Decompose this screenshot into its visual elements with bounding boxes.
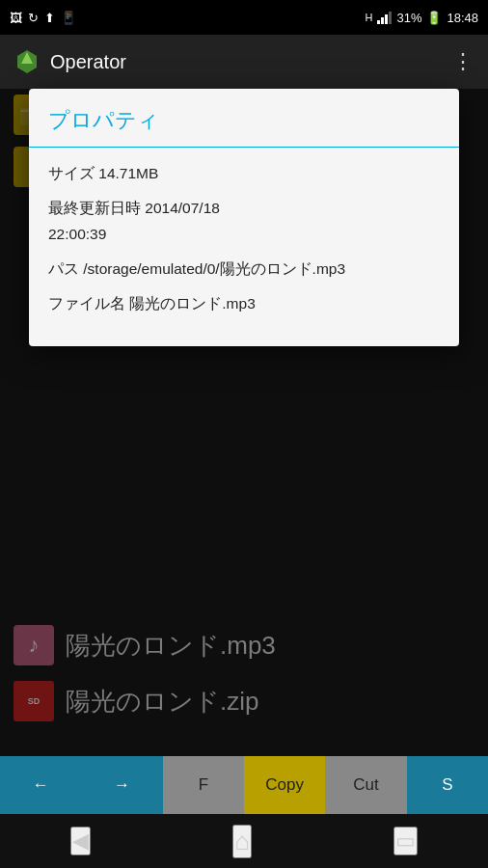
- app-bar: Operator ⋮: [0, 35, 488, 89]
- nav-recent-button[interactable]: ▭: [393, 827, 418, 855]
- signal-bars: [377, 11, 392, 24]
- dialog-title: プロパティ: [29, 89, 459, 148]
- forward-button[interactable]: →: [81, 756, 162, 814]
- more-menu-button[interactable]: ⋮: [452, 49, 474, 74]
- properties-dialog: プロパティ サイズ 14.71MB 最終更新日時 2014/07/1822:00…: [29, 89, 459, 346]
- app-logo-icon: [14, 48, 41, 75]
- s-button[interactable]: S: [407, 756, 488, 814]
- dialog-prop-filename: ファイル名 陽光のロンド.mp3: [48, 291, 440, 316]
- screenshot-icon: 🖼: [10, 11, 22, 25]
- time: 18:48: [447, 11, 478, 25]
- dialog-prop-size: サイズ 14.71MB: [48, 161, 440, 186]
- nav-bar: ◀ ⌂ ▭: [0, 814, 488, 868]
- f-button[interactable]: F: [163, 756, 244, 814]
- status-left: 🖼 ↻ ⬆ 📱: [10, 11, 76, 25]
- device-icon: 📱: [61, 11, 76, 25]
- status-right: H 31% 🔋 18:48: [365, 11, 478, 25]
- dialog-prop-date: 最終更新日時 2014/07/1822:00:39: [48, 196, 440, 247]
- prop-size-label: サイズ: [48, 165, 98, 181]
- nav-back-button[interactable]: ◀: [70, 827, 91, 855]
- dialog-prop-path: パス /storage/emulated/0/陽光のロンド.mp3: [48, 257, 440, 282]
- bottom-toolbar: ← → F Copy Cut S: [0, 756, 488, 814]
- prop-path-value: /storage/emulated/0/陽光のロンド.mp3: [83, 260, 345, 277]
- refresh-icon: ↻: [28, 11, 39, 25]
- copy-button[interactable]: Copy: [244, 756, 325, 814]
- signal-h: H: [365, 12, 372, 23]
- upload-icon: ⬆: [44, 11, 55, 25]
- dialog-body: サイズ 14.71MB 最終更新日時 2014/07/1822:00:39 パス…: [29, 148, 459, 317]
- nav-home-button[interactable]: ⌂: [232, 825, 252, 858]
- app-title: Operator: [50, 51, 126, 73]
- battery-percent: 31%: [396, 11, 421, 25]
- prop-date-label: 最終更新日時: [48, 200, 145, 216]
- status-bar: 🖼 ↻ ⬆ 📱 H 31% 🔋 18:48: [0, 0, 488, 35]
- prop-filename-label: ファイル名: [48, 295, 129, 312]
- prop-size-value: 14.71MB: [98, 165, 158, 181]
- back-button[interactable]: ←: [0, 756, 81, 814]
- cut-button[interactable]: Cut: [325, 756, 406, 814]
- battery-icon: 🔋: [426, 11, 442, 25]
- prop-filename-value: 陽光のロンド.mp3: [129, 295, 255, 312]
- prop-path-label: パス: [48, 260, 83, 277]
- app-bar-left: Operator: [14, 48, 126, 75]
